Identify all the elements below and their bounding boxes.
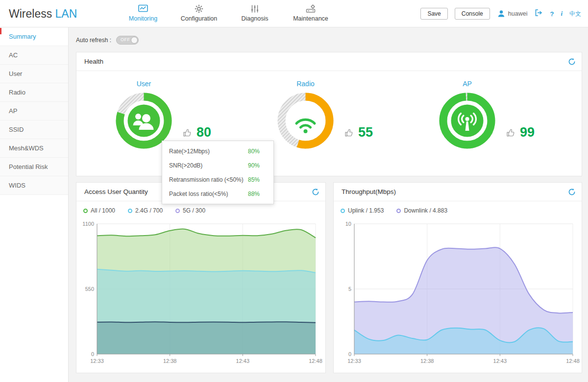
refresh-icon[interactable] (568, 188, 576, 198)
refresh-icon[interactable] (312, 188, 319, 198)
logout-icon[interactable] (534, 8, 543, 19)
legend-label: Downlink / 4.883 (404, 207, 447, 214)
nav-monitoring[interactable]: Monitoring (115, 0, 171, 27)
legend-label: 2.4G / 700 (135, 207, 163, 214)
thumbs-up-icon (182, 128, 192, 138)
sidebar: Summary AC User Radio AP SSID Mesh&WDS P… (0, 27, 69, 382)
top-header: Wireless LAN Monitoring (0, 0, 588, 27)
user-chip[interactable]: huawei (497, 9, 528, 18)
tooltip-row: SNR(>20dB) 90% (162, 158, 273, 172)
tooltip-label: SNR(>20dB) (169, 162, 248, 169)
svg-text:12:33: 12:33 (90, 358, 104, 364)
language-link[interactable]: 中文 (569, 10, 581, 18)
nav-maintenance[interactable]: Maintenance (283, 0, 339, 27)
health-panel: Health User (76, 52, 582, 176)
svg-text:12:38: 12:38 (420, 358, 434, 364)
sidebar-item-ac[interactable]: AC (0, 46, 68, 65)
console-button[interactable]: Console (455, 8, 490, 20)
legend-item[interactable]: Downlink / 4.883 (396, 207, 447, 214)
gauge-user-score: 80 (182, 125, 211, 140)
legend-label: 5G / 300 (183, 207, 205, 214)
toggle-knob (131, 37, 138, 44)
gear-icon (171, 3, 227, 14)
svg-text:5: 5 (348, 286, 351, 292)
diagnosis-icon (227, 3, 283, 14)
legend-dot (83, 209, 88, 213)
svg-text:12:43: 12:43 (236, 358, 250, 364)
main-nav: Monitoring Configuration (115, 0, 339, 27)
info-link[interactable]: i (561, 10, 563, 18)
svg-text:0: 0 (348, 351, 351, 357)
auto-refresh-row: Auto refresh : OFF (76, 36, 139, 45)
help-link[interactable]: ? (550, 10, 554, 18)
tooltip-value: 85% (248, 176, 270, 183)
svg-text:12:48: 12:48 (566, 358, 580, 364)
save-button[interactable]: Save (420, 8, 447, 20)
tooltip-label: Retransmission ratio (<50%) (169, 176, 248, 183)
gauge-ap-score: 99 (506, 125, 535, 140)
gauge-radio-score: 55 (344, 125, 373, 140)
maintenance-icon (283, 3, 339, 14)
auto-refresh-state: OFF (121, 37, 130, 42)
svg-text:1100: 1100 (82, 221, 94, 227)
ap-gauge-donut (439, 93, 495, 149)
logo-primary: Wireless (9, 7, 52, 20)
tooltip-label: Rate(>12Mbps) (169, 148, 248, 155)
nav-diagnosis[interactable]: Diagnosis (227, 0, 283, 27)
throughput-title: Throughput(Mbps) (334, 183, 582, 201)
legend-dot (341, 209, 345, 213)
legend-item[interactable]: All / 1000 (83, 207, 115, 214)
svg-text:12:43: 12:43 (493, 358, 507, 364)
sidebar-item-wids[interactable]: WIDS (0, 176, 68, 195)
gauge-radio-label: Radio (277, 80, 334, 88)
username: huawei (508, 10, 528, 17)
svg-text:10: 10 (345, 221, 351, 227)
legend-item[interactable]: 2.4G / 700 (128, 207, 163, 214)
sidebar-item-summary[interactable]: Summary (0, 27, 68, 46)
tooltip-value: 88% (248, 191, 270, 197)
gauge-ap-label: AP (439, 80, 495, 88)
gauge-ap: AP 99 (439, 80, 566, 168)
auto-refresh-toggle[interactable]: OFF (116, 36, 139, 45)
access-user-quantity-panel: Access User Quantity All / 10002.4G / 70… (76, 182, 326, 373)
legend-dot (396, 209, 401, 213)
legend-item[interactable]: 5G / 300 (175, 207, 205, 214)
legend-dot (175, 209, 180, 213)
tooltip-label: Packet loss ratio(<5%) (169, 191, 248, 197)
tooltip-row: Packet loss ratio(<5%) 88% (162, 187, 273, 201)
nav-configuration[interactable]: Configuration (171, 0, 227, 27)
legend-item[interactable]: Uplink / 1.953 (341, 207, 384, 214)
tooltip-row: Retransmission ratio (<50%) 85% (162, 172, 273, 187)
legend-label: All / 1000 (91, 207, 115, 214)
nav-maintenance-label: Maintenance (283, 15, 339, 22)
access-user-legend: All / 10002.4G / 7005G / 300 (83, 207, 205, 214)
tooltip-row: Rate(>12Mbps) 80% (162, 144, 273, 158)
legend-dot (128, 209, 132, 213)
nav-monitoring-label: Monitoring (115, 15, 171, 22)
throughput-legend: Uplink / 1.953Downlink / 4.883 (341, 207, 447, 214)
tooltip-value: 90% (248, 162, 270, 169)
access-user-chart: 12:3312:3812:4312:4805501100 (80, 219, 322, 369)
monitoring-icon (115, 3, 171, 14)
gauge-user-label: User (116, 80, 172, 88)
health-detail-tooltip: Rate(>12Mbps) 80% SNR(>20dB) 90% Retrans… (162, 141, 274, 204)
sidebar-item-mesh-wds[interactable]: Mesh&WDS (0, 139, 68, 158)
svg-text:12:48: 12:48 (309, 358, 322, 364)
radio-gauge-donut (277, 93, 334, 149)
refresh-icon[interactable] (568, 58, 576, 68)
sidebar-item-user[interactable]: User (0, 65, 68, 83)
logo-accent: LAN (55, 7, 77, 20)
svg-text:550: 550 (85, 286, 94, 292)
tooltip-value: 80% (248, 148, 270, 155)
gauge-radio: Radio 55 (277, 80, 405, 168)
svg-text:0: 0 (91, 351, 94, 357)
sidebar-item-potential-risk[interactable]: Potential Risk (0, 158, 68, 176)
main-content: Auto refresh : OFF Health User (69, 27, 588, 382)
sidebar-item-radio[interactable]: Radio (0, 83, 68, 102)
svg-text:12:38: 12:38 (163, 358, 177, 364)
sidebar-item-ap[interactable]: AP (0, 102, 68, 120)
sidebar-item-ssid[interactable]: SSID (0, 120, 68, 139)
thumbs-up-icon (506, 128, 515, 138)
header-actions: Save Console huawei ? i 中文 (420, 0, 581, 27)
throughput-panel: Throughput(Mbps) Uplink / 1.953Downlink … (333, 182, 582, 373)
